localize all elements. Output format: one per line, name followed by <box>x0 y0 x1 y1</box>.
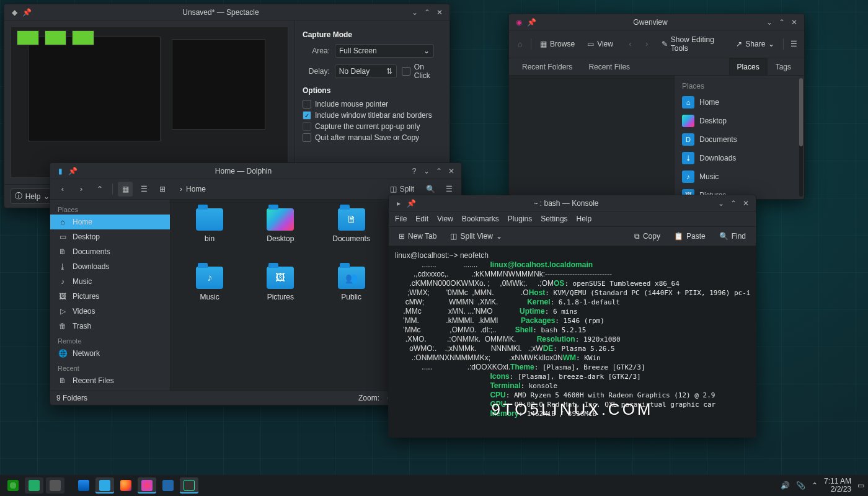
menu-item[interactable]: Plugins <box>508 215 532 223</box>
task-spectacle[interactable] <box>25 477 43 494</box>
prev-button[interactable]: ‹ <box>623 37 637 51</box>
icon-view-button[interactable]: ▦ <box>118 182 133 197</box>
clock[interactable]: 7:11 AM 2/2/23 <box>824 477 851 494</box>
folder-item[interactable]: Desktop <box>247 208 313 262</box>
terminal-output[interactable]: linux@localhost:~> neofetch ....... ....… <box>389 246 756 437</box>
up-button[interactable]: ⌃ <box>92 182 107 197</box>
tray-expand-icon[interactable]: ⌃ <box>812 481 818 490</box>
tab[interactable]: Places <box>729 58 768 75</box>
gwenview-titlebar[interactable]: ◉ 📌 Gwenview ⌄ ⌃ ✕ <box>509 14 804 30</box>
folder-item[interactable]: 👥Public <box>319 267 384 320</box>
task-kate[interactable] <box>159 477 177 494</box>
place-item[interactable]: ⭳Downloads <box>677 149 795 167</box>
menu-item[interactable]: Settings <box>541 215 567 223</box>
pin-icon[interactable]: 📌 <box>405 198 417 209</box>
task-konsole[interactable] <box>180 477 198 494</box>
tab[interactable]: Tags <box>768 58 799 75</box>
tab[interactable]: Recent Folders <box>514 58 580 75</box>
back-button[interactable]: ‹ <box>55 182 70 197</box>
sidebar-item[interactable]: 🌐Network <box>50 346 170 361</box>
breadcrumb[interactable]: ›Home <box>180 185 206 193</box>
area-select[interactable]: Full Screen⌄ <box>335 44 434 58</box>
task-firefox[interactable] <box>117 477 135 494</box>
sidebar-item[interactable]: 🗎Documents <box>50 244 170 259</box>
pin-icon[interactable]: 📌 <box>526 17 537 28</box>
paste-button[interactable]: 📋Paste <box>669 229 711 243</box>
close-button[interactable]: ✕ <box>434 7 445 18</box>
close-button[interactable]: ✕ <box>446 166 457 177</box>
home-button[interactable]: ⌂ <box>513 37 527 51</box>
close-button[interactable]: ✕ <box>740 198 751 209</box>
task-dolphin[interactable] <box>95 477 114 494</box>
scrollbar[interactable] <box>799 78 803 197</box>
browse-button[interactable]: ▦Browse <box>535 37 580 51</box>
menu-button[interactable]: ☰ <box>787 37 800 51</box>
volume-icon[interactable]: 🔊 <box>781 481 790 490</box>
close-button[interactable]: ✕ <box>789 17 800 28</box>
menu-item[interactable]: Help <box>577 215 592 223</box>
sidebar-item[interactable]: 🗎Recent Files <box>50 373 170 388</box>
maximize-button[interactable]: ⌃ <box>728 198 739 209</box>
clipboard-icon[interactable]: 📎 <box>796 481 805 490</box>
folder-item[interactable]: ♪Music <box>177 267 242 320</box>
next-button[interactable]: › <box>640 37 654 51</box>
minimize-button[interactable]: ⌄ <box>764 17 775 28</box>
share-button[interactable]: ↗Share⌄ <box>731 37 779 51</box>
help-button[interactable]: ⓘ Help ⌄ <box>11 188 54 204</box>
chevron-down-icon: ⌄ <box>768 40 774 48</box>
onclick-checkbox[interactable]: On Click <box>402 63 442 80</box>
konsole-titlebar[interactable]: ▸ 📌 ~ : bash — Konsole ⌄ ⌃ ✕ <box>389 195 756 211</box>
screenshot-preview <box>4 20 294 184</box>
task-store[interactable] <box>74 477 93 494</box>
option-checkbox[interactable]: Quit after manual Save or Copy <box>303 133 442 142</box>
sidebar-item[interactable]: ♪Music <box>50 274 170 289</box>
maximize-button[interactable]: ⌃ <box>776 17 787 28</box>
option-checkbox[interactable]: Include mouse pointer <box>303 100 442 108</box>
minimize-button[interactable]: ⌄ <box>421 166 432 177</box>
minimize-button[interactable]: ⌄ <box>715 198 727 209</box>
show-desktop-button[interactable]: ▭ <box>857 481 864 490</box>
spectacle-titlebar[interactable]: ◆ 📌 Unsaved* — Spectacle ⌄ ⌃ ✕ <box>4 4 450 20</box>
compact-view-button[interactable]: ☰ <box>136 182 151 197</box>
forward-button[interactable]: › <box>74 182 89 197</box>
task-gwenview[interactable] <box>138 477 156 494</box>
sidebar-item[interactable]: 🖼Pictures <box>50 289 170 304</box>
maximize-button[interactable]: ⌃ <box>422 7 433 18</box>
view-button[interactable]: ▭View <box>582 37 618 51</box>
pin-icon[interactable]: 📌 <box>67 166 78 177</box>
sidebar-item[interactable]: ⌂Home <box>50 215 170 229</box>
menu-item[interactable]: Edit <box>415 215 428 223</box>
place-item[interactable]: ⌂Home <box>677 93 795 112</box>
menu-item[interactable]: View <box>437 215 453 223</box>
place-item[interactable]: ♪Music <box>677 167 795 186</box>
delay-select[interactable]: No Delay⇅ <box>335 64 397 78</box>
maximize-button[interactable]: ⌃ <box>433 166 445 177</box>
help-button[interactable]: ? <box>409 166 420 177</box>
menu-item[interactable]: File <box>395 215 407 223</box>
sidebar-item[interactable]: 🗑Trash <box>50 319 170 334</box>
split-view-button[interactable]: ◫Split View⌄ <box>445 229 507 243</box>
pin-icon[interactable]: 📌 <box>21 7 32 18</box>
sidebar-item[interactable]: ▷Videos <box>50 304 170 319</box>
new-tab-button[interactable]: ⊞New Tab <box>394 229 441 243</box>
editing-tools-button[interactable]: ✎Show Editing Tools <box>657 33 729 55</box>
app-icon: ◆ <box>9 7 20 18</box>
dolphin-titlebar[interactable]: ▮ 📌 Home — Dolphin ? ⌄ ⌃ ✕ <box>50 163 461 179</box>
find-button[interactable]: 🔍Find <box>714 229 751 243</box>
task-manager[interactable] <box>46 477 64 494</box>
minimize-button[interactable]: ⌄ <box>409 7 420 18</box>
place-item[interactable]: DDocuments <box>677 130 795 149</box>
sidebar-item[interactable]: ⭳Downloads <box>50 259 170 274</box>
folder-item[interactable]: 🗎Documents <box>319 208 384 262</box>
details-view-button[interactable]: ⊞ <box>155 182 170 197</box>
app-launcher[interactable] <box>4 477 22 494</box>
tab[interactable]: Recent Files <box>580 58 638 75</box>
folder-item[interactable]: bin <box>177 208 242 262</box>
place-item[interactable]: Desktop <box>677 112 795 130</box>
menu-item[interactable]: Bookmarks <box>462 215 499 223</box>
folder-icon: 🖼 <box>267 267 294 289</box>
folder-item[interactable]: 🖼Pictures <box>247 267 313 320</box>
split-button[interactable]: ◫Split <box>385 182 419 196</box>
sidebar-item[interactable]: ▭Desktop <box>50 229 170 244</box>
copy-button[interactable]: ⧉Copy <box>629 229 665 243</box>
